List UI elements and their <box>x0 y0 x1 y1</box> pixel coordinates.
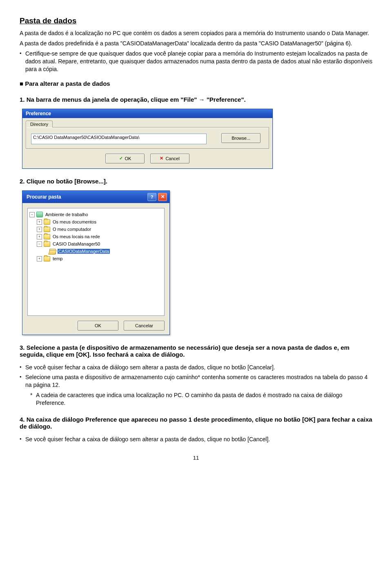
preference-title: Preference <box>26 111 51 116</box>
browse-cancel-button[interactable]: Cancelar <box>124 321 165 331</box>
x-icon: ✕ <box>160 156 163 161</box>
folder-icon <box>44 256 50 261</box>
intro-para-2: A pasta de dados predefinida é a pasta "… <box>20 40 372 47</box>
footnote: *A cadeia de caracteres que indica uma l… <box>30 391 372 407</box>
step-4: 4. Na caixa de diálogo Preference que ap… <box>20 416 372 430</box>
tab-directory[interactable]: Directory <box>26 121 53 127</box>
folder-icon <box>44 234 50 239</box>
expand-icon[interactable]: + <box>37 234 42 239</box>
preference-titlebar[interactable]: Preference <box>22 109 272 118</box>
close-icon[interactable]: ✕ <box>158 193 167 201</box>
bullet-4: •Se você quiser fechar a caixa de diálog… <box>20 436 372 443</box>
browse-button[interactable]: Browse... <box>221 133 261 143</box>
folder-icon <box>44 241 50 247</box>
expand-icon[interactable]: + <box>37 227 42 232</box>
folder-icon <box>44 227 50 232</box>
page-title: Pasta de dados <box>20 16 372 25</box>
preference-ok-button[interactable]: ✓ OK <box>105 154 145 163</box>
preference-dialog: Preference Directory C:\CASIO DataManage… <box>22 109 273 168</box>
browse-ok-button[interactable]: OK <box>78 321 118 331</box>
tree-node-desktop[interactable]: − Ambiente de trabalho <box>29 211 163 218</box>
browse-titlebar[interactable]: Procurar pasta ? ✕ <box>22 191 169 203</box>
expand-icon[interactable]: + <box>37 219 42 225</box>
bullet-note-1: • Certifique-se sempre de que quaisquer … <box>20 50 372 73</box>
desktop-icon <box>36 212 43 217</box>
page-number: 11 <box>20 455 372 461</box>
help-icon[interactable]: ? <box>147 193 156 201</box>
section-heading: Para alterar a pasta de dados <box>20 80 372 87</box>
folder-open-icon <box>49 249 56 254</box>
bullet-3b: •Selecione uma pasta e dispositivo de ar… <box>20 373 372 389</box>
tree-node-casio-dm50[interactable]: − CASIO DataManager50 <box>37 241 163 248</box>
step-2: 2. Clique no botão [Browse...]. <box>20 178 372 185</box>
preference-cancel-button[interactable]: ✕ Cancel <box>150 154 189 163</box>
browse-title: Procurar pasta <box>27 194 61 200</box>
step-1: 1. Na barra de menus da janela de operaç… <box>20 96 372 103</box>
folder-tree[interactable]: − Ambiente de trabalho + Os meus documen… <box>27 208 165 316</box>
check-icon: ✓ <box>119 156 123 161</box>
step-3: 3. Selecione a pasta (e dispositivo de a… <box>20 344 372 358</box>
folder-icon <box>44 219 50 225</box>
bullet-3a: •Se você quiser fechar a caixa de diálog… <box>20 364 372 371</box>
path-input[interactable]: C:\CASIO DataManager50\CASIODataManagerD… <box>31 134 207 144</box>
collapse-icon[interactable]: − <box>37 241 42 247</box>
tree-node-temp[interactable]: + temp <box>37 255 163 262</box>
collapse-icon[interactable]: − <box>29 212 35 217</box>
tree-node-computer[interactable]: + O meu computador <box>37 226 163 233</box>
tree-node-casio-data[interactable]: CASIODataManagerData <box>44 248 163 255</box>
tree-node-documents[interactable]: + Os meus documentos <box>37 219 163 226</box>
browse-folder-dialog: Procurar pasta ? ✕ − Ambiente de trabalh… <box>22 190 170 335</box>
tree-node-network[interactable]: + Os meus locais na rede <box>37 233 163 240</box>
expand-icon[interactable]: + <box>37 256 42 261</box>
intro-para-1: A pasta de dados é a localização no PC q… <box>20 29 372 37</box>
